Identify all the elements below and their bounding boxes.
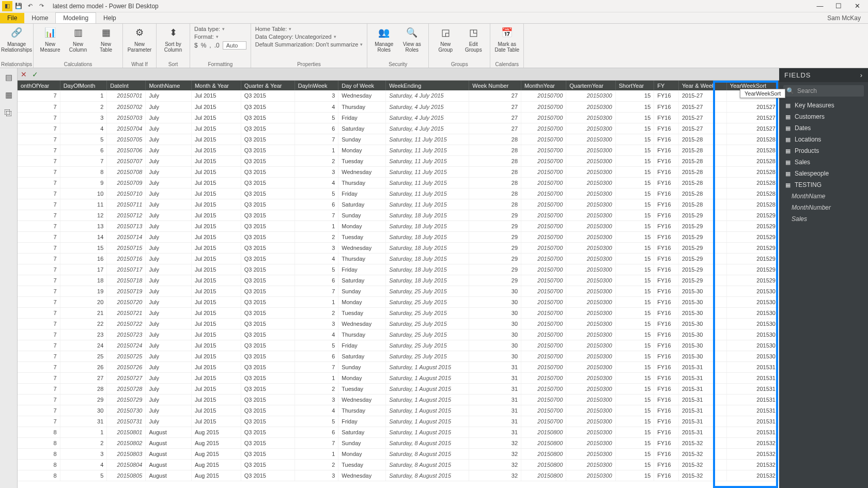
table-cell[interactable]: Saturday, 18 July 2015 xyxy=(386,242,469,253)
table-row[interactable]: 7420150704JulyJul 2015Q3 20156SaturdaySa… xyxy=(18,123,779,134)
table-cell[interactable]: 201531 xyxy=(726,361,779,372)
table-cell[interactable]: Q3 2015 xyxy=(241,383,295,394)
table-cell[interactable]: Q3 2015 xyxy=(241,416,295,427)
table-cell[interactable]: 1 xyxy=(60,90,107,101)
table-cell[interactable]: Saturday, 4 July 2015 xyxy=(386,112,469,123)
mark-date-table-button[interactable]: 📅Mark asDate Table xyxy=(494,25,519,53)
table-cell[interactable]: Saturday, 25 July 2015 xyxy=(386,318,469,329)
table-cell[interactable]: Jul 2015 xyxy=(191,361,241,372)
table-cell[interactable]: FY16 xyxy=(654,199,679,210)
table-cell[interactable]: 15 xyxy=(615,437,654,448)
table-cell[interactable]: 20150708 xyxy=(107,166,146,177)
table-cell[interactable]: 20150803 xyxy=(107,448,146,459)
table-cell[interactable]: Saturday, 18 July 2015 xyxy=(386,253,469,264)
fields-table-item[interactable]: ▦Locations xyxy=(779,134,868,145)
table-cell[interactable]: Saturday, 25 July 2015 xyxy=(386,286,469,296)
table-cell[interactable]: Q3 2015 xyxy=(241,286,295,296)
table-cell[interactable]: 15 xyxy=(615,275,654,286)
table-cell[interactable]: 29 xyxy=(469,221,521,231)
table-cell[interactable]: 2015-28 xyxy=(678,155,726,166)
table-cell[interactable]: 2015-27 xyxy=(678,112,726,123)
tab-modeling[interactable]: Modeling xyxy=(55,12,96,23)
table-cell[interactable]: FY16 xyxy=(654,340,679,351)
table-cell[interactable]: 2 xyxy=(295,307,338,318)
table-cell[interactable]: July xyxy=(146,307,191,318)
table-row[interactable]: 7220150702JulyJul 2015Q3 20154ThursdaySa… xyxy=(18,101,779,112)
table-cell[interactable]: FY16 xyxy=(654,470,679,481)
table-cell[interactable]: Q3 2015 xyxy=(241,470,295,481)
table-cell[interactable]: Thursday xyxy=(338,101,386,112)
table-cell[interactable]: 8 xyxy=(18,459,60,470)
table-cell[interactable]: Monday xyxy=(338,221,386,231)
table-cell[interactable]: 15 xyxy=(615,351,654,361)
table-cell[interactable]: FY16 xyxy=(654,437,679,448)
table-cell[interactable]: Jul 2015 xyxy=(191,329,241,340)
table-cell[interactable]: 32 xyxy=(469,459,521,470)
table-cell[interactable]: 20150300 xyxy=(566,405,615,416)
table-cell[interactable]: Jul 2015 xyxy=(191,318,241,329)
fields-column-item[interactable]: MonthNumber xyxy=(779,202,868,213)
table-cell[interactable]: Saturday, 11 July 2015 xyxy=(386,166,469,177)
table-cell[interactable]: July xyxy=(146,275,191,286)
table-cell[interactable]: 15 xyxy=(615,199,654,210)
table-cell[interactable]: 7 xyxy=(18,134,60,145)
table-cell[interactable]: 2015-29 xyxy=(678,275,726,286)
table-cell[interactable]: Saturday, 1 August 2015 xyxy=(386,427,469,437)
table-cell[interactable]: 201532 xyxy=(726,470,779,481)
table-cell[interactable]: 20150723 xyxy=(107,329,146,340)
table-cell[interactable]: 20150700 xyxy=(521,145,566,155)
table-row[interactable]: 72420150724JulyJul 2015Q3 20155FridaySat… xyxy=(18,340,779,351)
table-cell[interactable]: July xyxy=(146,318,191,329)
table-cell[interactable]: Q3 2015 xyxy=(241,199,295,210)
table-cell[interactable]: 10 xyxy=(60,188,107,199)
formula-bar[interactable]: ✕ ✓ xyxy=(18,68,868,81)
tab-home[interactable]: Home xyxy=(24,13,55,23)
table-cell[interactable]: 15 xyxy=(615,231,654,242)
table-cell[interactable]: 4 xyxy=(295,253,338,264)
table-cell[interactable]: 20150706 xyxy=(107,145,146,155)
table-row[interactable]: 72920150729JulyJul 2015Q3 20153Wednesday… xyxy=(18,394,779,405)
table-cell[interactable]: Saturday, 25 July 2015 xyxy=(386,296,469,307)
table-cell[interactable]: July xyxy=(146,351,191,361)
table-cell[interactable]: 32 xyxy=(469,470,521,481)
table-cell[interactable]: 9 xyxy=(60,177,107,188)
table-cell[interactable]: 7 xyxy=(18,231,60,242)
new-group-button[interactable]: ◲NewGroup xyxy=(433,25,458,53)
table-cell[interactable]: 30 xyxy=(469,351,521,361)
table-cell[interactable]: Q3 2015 xyxy=(241,242,295,253)
table-cell[interactable]: FY16 xyxy=(654,166,679,177)
column-header[interactable]: DateInt xyxy=(107,81,146,90)
table-cell[interactable]: Monday xyxy=(338,145,386,155)
table-cell[interactable]: 201528 xyxy=(726,177,779,188)
table-cell[interactable]: 15 xyxy=(615,372,654,383)
table-cell[interactable]: 15 xyxy=(615,221,654,231)
table-cell[interactable]: August xyxy=(146,437,191,448)
table-cell[interactable]: 201529 xyxy=(726,253,779,264)
table-cell[interactable]: 18 xyxy=(60,275,107,286)
table-cell[interactable]: Q3 2015 xyxy=(241,221,295,231)
table-cell[interactable]: 7 xyxy=(18,307,60,318)
table-cell[interactable]: FY16 xyxy=(654,210,679,221)
table-cell[interactable]: 20150700 xyxy=(521,340,566,351)
table-cell[interactable]: Saturday, 18 July 2015 xyxy=(386,221,469,231)
fields-table-item[interactable]: ▦Dates xyxy=(779,122,868,134)
edit-groups-button[interactable]: ◳EditGroups xyxy=(461,25,486,53)
table-cell[interactable]: 20150700 xyxy=(521,286,566,296)
table-cell[interactable]: FY16 xyxy=(654,155,679,166)
table-cell[interactable]: 7 xyxy=(18,329,60,340)
table-cell[interactable]: Wednesday xyxy=(338,394,386,405)
table-cell[interactable]: Saturday, 1 August 2015 xyxy=(386,372,469,383)
table-cell[interactable]: August xyxy=(146,459,191,470)
table-cell[interactable]: July xyxy=(146,286,191,296)
model-view-icon[interactable]: ⿻ xyxy=(3,106,15,119)
table-cell[interactable]: July xyxy=(146,372,191,383)
table-cell[interactable]: 2015-31 xyxy=(678,405,726,416)
table-cell[interactable]: 6 xyxy=(60,145,107,155)
table-cell[interactable]: FY16 xyxy=(654,264,679,275)
table-cell[interactable]: 20150300 xyxy=(566,286,615,296)
table-cell[interactable]: 20150729 xyxy=(107,394,146,405)
table-cell[interactable]: 20150300 xyxy=(566,199,615,210)
redo-icon[interactable]: ↷ xyxy=(36,1,47,11)
table-cell[interactable]: 20150300 xyxy=(566,275,615,286)
table-cell[interactable]: Q3 2015 xyxy=(241,296,295,307)
